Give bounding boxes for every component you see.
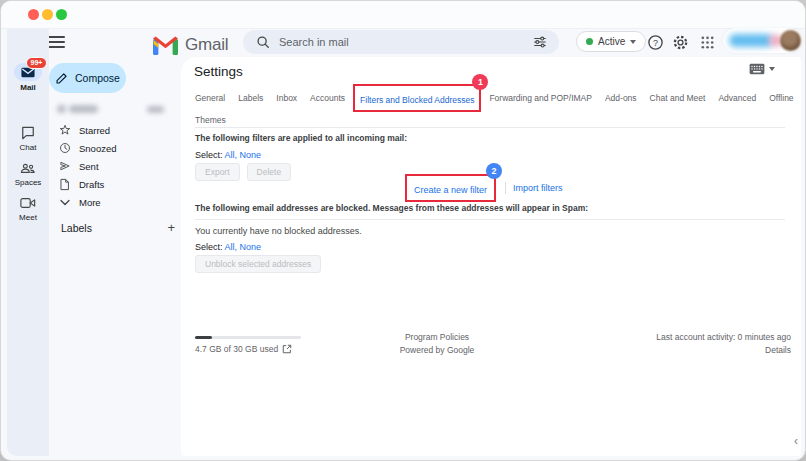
- annotation-step-1-badge: 1: [472, 74, 488, 90]
- sidebar-item-snoozed[interactable]: Snoozed: [49, 139, 175, 157]
- search-icon[interactable]: [256, 35, 270, 49]
- google-apps-grid-icon[interactable]: [698, 33, 716, 51]
- sidebar-item-drafts[interactable]: Drafts: [49, 175, 175, 193]
- redacted-account-name: [729, 34, 773, 47]
- app-rail: 99+ Mail Chat Spaces: [7, 29, 49, 456]
- avatar[interactable]: [780, 30, 801, 51]
- select-none-link[interactable]: None: [240, 150, 262, 160]
- tab-add-ons[interactable]: Add-ons: [605, 93, 637, 103]
- tab-themes[interactable]: Themes: [195, 115, 226, 125]
- filter-actions-row: Create a new filter 2 Import filters: [405, 174, 563, 202]
- sidebar-item-more[interactable]: More: [49, 193, 175, 211]
- chevron-down-icon: [58, 199, 71, 206]
- meet-camera-icon: [7, 195, 49, 211]
- select-label: Select:: [195, 150, 223, 160]
- create-new-filter-link[interactable]: Create a new filter: [414, 185, 487, 195]
- rail-item-mail[interactable]: 99+ Mail: [7, 63, 49, 92]
- labels-title: Labels: [61, 222, 167, 234]
- labels-section-header: Labels +: [49, 220, 179, 235]
- unblock-selected-addresses-button[interactable]: Unblock selected addresses: [195, 255, 321, 273]
- keyboard-icon: [749, 63, 765, 75]
- tab-chat-and-meet[interactable]: Chat and Meet: [650, 93, 706, 103]
- create-label-button[interactable]: +: [167, 220, 175, 235]
- macos-titlebar: [1, 1, 805, 29]
- settings-page: Settings General Labels Inbox Accounts F…: [181, 57, 801, 456]
- chat-icon: [7, 125, 49, 141]
- rail-label-spaces: Spaces: [7, 178, 49, 187]
- rail-label-mail: Mail: [7, 83, 49, 92]
- chevron-down-icon: [769, 67, 775, 71]
- storage-meter-fill: [195, 336, 212, 339]
- page-title: Settings: [194, 64, 243, 79]
- tab-general[interactable]: General: [195, 93, 225, 103]
- sidebar-item-label: More: [79, 197, 101, 208]
- tab-filters-and-blocked-addresses[interactable]: Filters and Blocked Addresses: [360, 95, 474, 105]
- search-input[interactable]: Search in mail: [279, 36, 533, 48]
- compose-button[interactable]: Compose: [49, 63, 126, 93]
- rail-label-chat: Chat: [7, 143, 49, 152]
- account-chip[interactable]: [723, 28, 803, 53]
- tab-inbox[interactable]: Inbox: [276, 93, 297, 103]
- filters-select-row: Select: All, None: [195, 150, 261, 160]
- gmail-logo: Gmail: [153, 35, 228, 55]
- rail-label-meet: Meet: [7, 213, 49, 222]
- annotation-step-2-badge: 2: [486, 163, 502, 179]
- collapse-panel-chevron-icon[interactable]: ‹: [794, 434, 798, 448]
- annotation-box-step2: Create a new filter 2: [405, 174, 496, 202]
- rail-item-chat[interactable]: Chat: [7, 125, 49, 152]
- section-divider: [195, 127, 785, 128]
- sidebar-item-label: Snoozed: [79, 143, 117, 154]
- blocked-select-row: Select: All, None: [195, 242, 261, 252]
- tab-offline[interactable]: Offline: [769, 93, 793, 103]
- no-blocked-addresses-text: You currently have no blocked addresses.: [195, 226, 362, 236]
- details-link[interactable]: Details: [765, 345, 791, 355]
- tab-advanced[interactable]: Advanced: [718, 93, 756, 103]
- annotation-box-step1: Filters and Blocked Addresses 1: [353, 84, 481, 112]
- export-button[interactable]: Export: [195, 163, 240, 181]
- search-options-icon[interactable]: [533, 35, 547, 49]
- rail-item-meet[interactable]: Meet: [7, 195, 49, 222]
- compose-pencil-icon: [55, 72, 68, 85]
- main-menu-icon[interactable]: [48, 36, 65, 48]
- spaces-icon: [7, 160, 49, 176]
- vertical-divider: [505, 182, 506, 194]
- storage-usage-row: 4.7 GB of 30 GB used: [195, 344, 292, 354]
- compose-label: Compose: [75, 72, 120, 84]
- delete-button[interactable]: Delete: [247, 163, 292, 181]
- sidebar-item-starred[interactable]: Starred: [49, 121, 175, 139]
- external-link-icon[interactable]: [282, 344, 292, 354]
- tab-labels[interactable]: Labels: [238, 93, 263, 103]
- sidebar-item-label: Drafts: [79, 179, 104, 190]
- close-window-button[interactable]: [28, 9, 39, 20]
- program-policies-link[interactable]: Program Policies: [337, 332, 537, 342]
- draft-file-icon: [58, 178, 71, 191]
- select-all-link[interactable]: All,: [225, 150, 238, 160]
- gmail-window: Gmail Search in mail Active ?: [0, 0, 806, 461]
- import-filters-link[interactable]: Import filters: [513, 183, 563, 193]
- storage-usage-text: 4.7 GB of 30 GB used: [195, 344, 278, 354]
- settings-tabs: General Labels Inbox Accounts Filters an…: [195, 84, 794, 112]
- section-divider: [195, 219, 785, 220]
- unread-count-badge: 99+: [26, 57, 47, 69]
- select-none-link[interactable]: None: [240, 242, 262, 252]
- sidebar-item-sent[interactable]: Sent: [49, 157, 175, 175]
- select-label: Select:: [195, 242, 223, 252]
- select-all-link[interactable]: All,: [225, 242, 238, 252]
- filters-heading: The following filters are applied to all…: [195, 133, 407, 143]
- clock-icon: [58, 142, 71, 154]
- input-tools-control[interactable]: [749, 63, 775, 75]
- status-active-dot: [586, 38, 593, 45]
- minimize-window-button[interactable]: [42, 9, 53, 20]
- availability-status-dropdown[interactable]: Active: [576, 31, 646, 52]
- rail-item-spaces[interactable]: Spaces: [7, 160, 49, 187]
- tab-forwarding-pop-imap[interactable]: Forwarding and POP/IMAP: [489, 93, 592, 103]
- settings-gear-icon[interactable]: [671, 33, 689, 51]
- search-bar[interactable]: Search in mail: [243, 30, 559, 54]
- tab-accounts[interactable]: Accounts: [310, 93, 345, 103]
- chevron-down-icon: [630, 40, 636, 44]
- help-button[interactable]: ?: [646, 33, 664, 51]
- svg-text:?: ?: [653, 37, 658, 47]
- gmail-m-icon: [153, 36, 178, 55]
- status-label: Active: [598, 36, 625, 47]
- maximize-window-button[interactable]: [56, 9, 67, 20]
